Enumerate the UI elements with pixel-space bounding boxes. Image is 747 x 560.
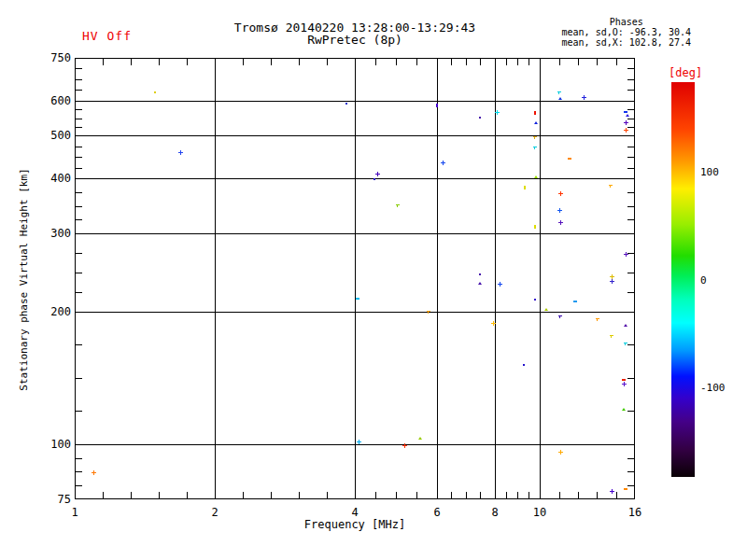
- y-axis-tick-label: 600: [39, 95, 71, 106]
- plot-frame: [75, 58, 635, 499]
- y-axis-tick-label: 300: [39, 228, 71, 239]
- y-axis-tick-label: 75: [39, 494, 71, 505]
- y-axis-label: Stationary phase Virtual Height [km]: [18, 140, 30, 420]
- ionogram-window: { "header": { "hv_status": "HV Off", "hv…: [0, 0, 747, 560]
- x-axis-tick-label: 10: [521, 507, 558, 518]
- x-axis-tick-label: 6: [418, 507, 456, 518]
- x-axis-tick-label: 16: [616, 507, 654, 518]
- x-axis-tick-label: 1: [56, 507, 93, 518]
- x-axis-tick-label: 4: [336, 507, 374, 518]
- y-axis-tick-label: 100: [39, 439, 71, 450]
- y-axis-tick-label: 400: [39, 173, 71, 184]
- colorbar-tick-label: -100: [700, 383, 726, 393]
- colorbar: [671, 82, 695, 477]
- colorbar-unit-label: [deg]: [669, 66, 702, 79]
- y-axis-tick-label: 750: [39, 52, 71, 63]
- colorbar-tick-label: 100: [700, 167, 719, 177]
- y-axis-tick-label: 500: [39, 130, 71, 141]
- x-axis-label: Frequency [MHz]: [75, 518, 635, 531]
- y-axis-tick-label: 200: [39, 306, 71, 317]
- x-axis-tick-label: 8: [476, 507, 514, 518]
- colorbar-tick-label: 0: [700, 275, 707, 286]
- x-axis-tick-label: 2: [196, 507, 233, 518]
